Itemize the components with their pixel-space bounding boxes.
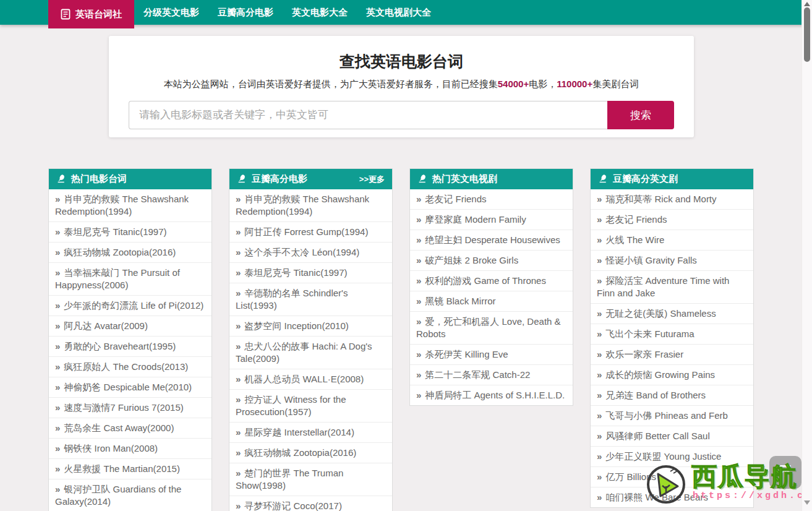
panel-title: 热门电影台词: [71, 173, 127, 185]
pen-nib-icon: [417, 174, 427, 185]
double-chevron-icon: »: [597, 431, 602, 441]
list-item[interactable]: »疯狂动物城 Zootopia(2016): [49, 242, 212, 262]
list-item[interactable]: »这个杀手不太冷 Léon(1994): [229, 242, 392, 262]
list-item[interactable]: »疯狂动物城 Zootopia(2016): [229, 442, 392, 463]
double-chevron-icon: »: [55, 341, 60, 351]
list-item[interactable]: »瑞克和莫蒂 Rick and Morty: [591, 189, 753, 209]
list-item[interactable]: »阿甘正传 Forrest Gump(1994): [229, 221, 392, 242]
list-item[interactable]: »机器人总动员 WALL·E(2008): [229, 369, 392, 389]
list-item[interactable]: »肖申克的救赎 The Shawshank Redemption(1994): [229, 189, 392, 221]
list-item[interactable]: »荒岛余生 Cast Away(2000): [49, 418, 212, 438]
list-item[interactable]: »少年派的奇幻漂流 Life of Pi(2012): [49, 295, 212, 316]
list-item[interactable]: »神盾局特工 Agents of S.H.I.E.L.D.: [410, 385, 573, 405]
list-item[interactable]: »肖申克的救赎 The Shawshank Redemption(1994): [49, 189, 212, 221]
scrollbar-thumb[interactable]: [804, 7, 810, 62]
list-item[interactable]: »阿凡达 Avatar(2009): [49, 316, 212, 336]
list-item[interactable]: »飞出个未来 Futurama: [591, 324, 753, 344]
panel-header: 豆瓣高分英文剧: [591, 169, 753, 189]
list-item[interactable]: »探险活宝 Adventure Time with Finn and Jake: [591, 270, 753, 303]
list-item[interactable]: »破产姐妹 2 Broke Girls: [410, 250, 573, 270]
list-item[interactable]: »兄弟连 Band of Brothers: [591, 385, 753, 405]
list-panels: 热门电影台词»肖申克的救赎 The Shawshank Redemption(1…: [48, 168, 754, 511]
list-item[interactable]: »老友记 Friends: [591, 209, 753, 230]
list-item[interactable]: »火星救援 The Martian(2015): [49, 458, 212, 479]
list-item[interactable]: »钢铁侠 Iron Man(2008): [49, 438, 212, 458]
item-title: 老友记 Friends: [425, 194, 486, 204]
list-item[interactable]: »勇敢的心 Braveheart(1995): [49, 336, 212, 356]
nav-tab-4[interactable]: 英文电影大全: [283, 0, 357, 25]
item-title: 火线 The Wire: [605, 234, 664, 245]
double-chevron-icon: »: [55, 247, 60, 257]
list-item[interactable]: »爱，死亡和机器人 Love, Death & Robots: [410, 311, 573, 344]
double-chevron-icon: »: [55, 423, 60, 433]
list-item[interactable]: »亿万 Billions: [591, 466, 753, 487]
panel-header: 豆瓣高分电影>>更多: [229, 169, 392, 189]
list-item[interactable]: »少年正义联盟 Young Justice: [591, 446, 753, 466]
double-chevron-icon: »: [597, 492, 602, 502]
list-item[interactable]: »成长的烦恼 Growing Pains: [591, 364, 753, 385]
double-chevron-icon: »: [236, 447, 241, 458]
list-item[interactable]: »权利的游戏 Game of Thrones: [410, 270, 573, 291]
list-item[interactable]: »寻梦环游记 Coco(2017): [229, 496, 392, 511]
list-item[interactable]: »欢乐一家亲 Frasier: [591, 344, 753, 364]
list-item[interactable]: »风骚律师 Better Call Saul: [591, 426, 753, 446]
back-to-top-button[interactable]: [769, 456, 801, 489]
item-title: 星际穿越 Interstellar(2014): [244, 427, 354, 437]
vertical-scrollbar[interactable]: [801, 0, 812, 511]
double-chevron-icon: »: [597, 275, 602, 286]
double-chevron-icon: »: [416, 296, 421, 306]
list-item[interactable]: »黑镜 Black Mirror: [410, 291, 573, 311]
item-title: 泰坦尼克号 Titanic(1997): [244, 267, 347, 278]
item-title: 忠犬八公的故事 Hachi: A Dog's Tale(2009): [236, 341, 372, 364]
double-chevron-icon: »: [236, 267, 241, 278]
list-item[interactable]: »杀死伊芙 Killing Eve: [410, 344, 573, 364]
double-chevron-icon: »: [236, 320, 241, 331]
list-item[interactable]: »辛德勒的名单 Schindler's List(1993): [229, 283, 392, 316]
double-chevron-icon: »: [236, 341, 241, 351]
list-item[interactable]: »银河护卫队 Guardians of the Galaxy(2014): [49, 479, 212, 511]
list-item[interactable]: »当幸福来敲门 The Pursuit of Happyness(2006): [49, 262, 212, 295]
nav-tab-5[interactable]: 英文电视剧大全: [357, 0, 440, 25]
list-item[interactable]: »飞哥与小佛 Phineas and Ferb: [591, 405, 753, 426]
scrollbar-down-arrow-icon[interactable]: [804, 500, 810, 505]
double-chevron-icon: »: [416, 369, 421, 380]
list-item[interactable]: »控方证人 Witness for the Prosecution(1957): [229, 389, 392, 422]
more-link[interactable]: >>更多: [359, 174, 385, 185]
list-item[interactable]: »绝望主妇 Desperate Housewives: [410, 230, 573, 250]
scrollbar-up-arrow-icon[interactable]: [804, 2, 810, 6]
item-title: 爱，死亡和机器人 Love, Death & Robots: [416, 316, 561, 339]
list-item[interactable]: »怪诞小镇 Gravity Falls: [591, 250, 753, 270]
double-chevron-icon: »: [55, 300, 60, 311]
list-item[interactable]: »盗梦空间 Inception(2010): [229, 316, 392, 336]
double-chevron-icon: »: [597, 390, 602, 400]
list-item[interactable]: »泰坦尼克号 Titanic(1997): [229, 262, 392, 283]
double-chevron-icon: »: [597, 369, 602, 380]
list-item[interactable]: »火线 The Wire: [591, 230, 753, 250]
list-item[interactable]: »咱们裸熊 We Bare Bears: [591, 487, 753, 507]
item-title: 阿凡达 Avatar(2009): [64, 320, 148, 331]
list-item[interactable]: »疯狂原始人 The Croods(2013): [49, 356, 212, 377]
item-title: 杀死伊芙 Killing Eve: [425, 349, 508, 359]
list-item[interactable]: »摩登家庭 Modern Family: [410, 209, 573, 230]
search-input[interactable]: [129, 101, 607, 129]
nav-tab-2[interactable]: 分级英文电影: [134, 0, 208, 25]
nav-tab-3[interactable]: 豆瓣高分电影: [208, 0, 283, 25]
list-item[interactable]: »忠犬八公的故事 Hachi: A Dog's Tale(2009): [229, 336, 392, 369]
list-item[interactable]: »星际穿越 Interstellar(2014): [229, 422, 392, 442]
list-item[interactable]: »楚门的世界 The Truman Show(1998): [229, 463, 392, 496]
search-button[interactable]: 搜索: [607, 101, 674, 129]
item-title: 少年派的奇幻漂流 Life of Pi(2012): [64, 300, 203, 311]
list-item[interactable]: »第二十二条军规 Catch-22: [410, 364, 573, 385]
item-title: 无耻之徒(美版) Shameless: [605, 308, 716, 319]
list-item[interactable]: »无耻之徒(美版) Shameless: [591, 303, 753, 324]
list-item[interactable]: »神偷奶爸 Despicable Me(2010): [49, 377, 212, 397]
list-item[interactable]: »速度与激情7 Furious 7(2015): [49, 397, 212, 418]
nav-tab-1-active[interactable]: 英语台词社: [48, 0, 134, 28]
double-chevron-icon: »: [416, 234, 421, 245]
item-title: 神盾局特工 Agents of S.H.I.E.L.D.: [425, 390, 565, 400]
list-item[interactable]: »泰坦尼克号 Titanic(1997): [49, 221, 212, 242]
search-bar: 搜索: [129, 101, 674, 129]
item-title: 神偷奶爸 Despicable Me(2010): [64, 382, 192, 392]
double-chevron-icon: »: [236, 468, 241, 478]
list-item[interactable]: »老友记 Friends: [410, 189, 573, 209]
